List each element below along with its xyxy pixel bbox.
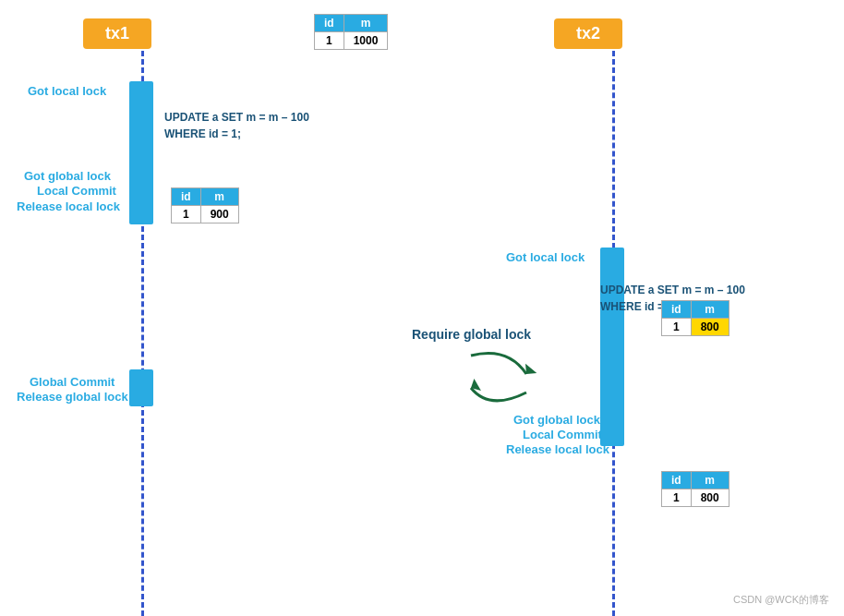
tx1-exec-block-top: [129, 81, 153, 224]
tx2-bottom-table-header-id: id: [662, 472, 692, 489]
tx2-got-local-lock: Got local lock: [506, 250, 585, 264]
tx1-got-global-lock: Got global lock: [24, 169, 111, 183]
top-table-header-id: id: [315, 15, 344, 32]
tx2-mid-table-header-m: m: [691, 301, 729, 319]
tx2-label: tx2: [554, 18, 622, 49]
tx1-table-header-id: id: [172, 188, 201, 206]
tx1-got-local-lock: Got local lock: [28, 84, 106, 98]
tx1-table-id: 1: [172, 206, 201, 223]
tx2-exec-block-top: [600, 248, 624, 446]
tx1-table-m: 900: [200, 206, 238, 223]
require-global-lock-arrows: [452, 346, 545, 420]
watermark: CSDN @WCK的博客: [733, 593, 829, 607]
require-global-lock-label: Require global lock: [412, 327, 531, 342]
tx2-mid-table-id: 1: [662, 319, 692, 336]
tx1-release-local-lock: Release local lock: [17, 199, 120, 213]
tx2-local-commit: Local Commit: [523, 428, 602, 441]
tx1-local-commit: Local Commit: [37, 184, 116, 198]
tx1-global-commit: Global Commit: [30, 375, 115, 389]
tx2-bottom-table-id: 1: [662, 489, 692, 507]
top-table: id m 1 1000: [314, 14, 388, 50]
top-table-m: 1000: [344, 32, 388, 50]
tx2-bottom-table-m: 800: [691, 489, 729, 507]
tx1-release-global-lock: Release global lock: [17, 390, 128, 404]
tx2-mid-table-m: 800: [691, 319, 729, 336]
tx2-release-local-lock: Release local lock: [506, 442, 609, 456]
tx2-bottom-table-header-m: m: [691, 472, 729, 489]
tx1-sql: UPDATE a SET m = m – 100WHERE id = 1;: [164, 109, 309, 142]
tx1-exec-block-bottom: [129, 369, 153, 406]
tx1-label: tx1: [83, 18, 151, 49]
tx1-table-header-m: m: [200, 188, 238, 206]
diagram: tx1 tx2 id m 1 1000 Got local lock Got g…: [0, 0, 844, 616]
top-table-id: 1: [315, 32, 344, 50]
tx1-result-table: id m 1 900: [171, 187, 239, 223]
tx2-mid-table: id m 1 800: [661, 300, 729, 336]
top-table-header-m: m: [344, 15, 388, 32]
tx2-mid-table-header-id: id: [662, 301, 692, 319]
tx2-bottom-table: id m 1 800: [661, 471, 729, 507]
